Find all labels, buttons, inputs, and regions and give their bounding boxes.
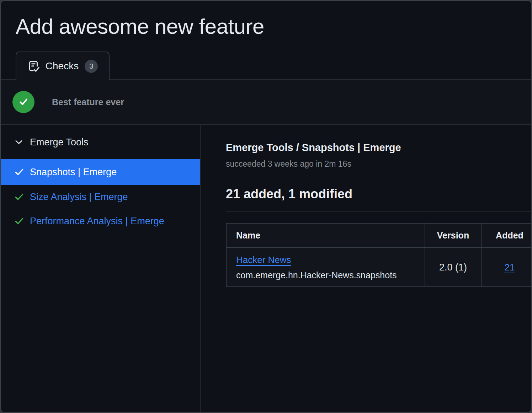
table-row: Hacker News com.emerge.hn.Hacker-News.sn… bbox=[226, 248, 532, 287]
tab-checks[interactable]: Checks 3 bbox=[16, 52, 110, 80]
app-bundle-path: com.emerge.hn.Hacker-News.snapshots bbox=[236, 270, 424, 280]
check-run-meta: succeeded 3 weeks ago in 2m 16s bbox=[226, 159, 531, 169]
column-header-version: Version bbox=[425, 223, 481, 248]
tab-checks-label: Checks bbox=[46, 60, 79, 72]
snapshots-table: Name Version Added Hacker News com.emerg… bbox=[226, 223, 532, 287]
check-icon bbox=[14, 217, 24, 225]
column-header-name: Name bbox=[226, 223, 425, 248]
check-circle-icon bbox=[12, 91, 34, 113]
tab-strip: Checks 3 bbox=[1, 52, 531, 80]
chevron-down-icon bbox=[14, 138, 23, 147]
tab-checks-count-badge: 3 bbox=[85, 60, 98, 73]
page-title: Add awesome new feature bbox=[16, 14, 516, 39]
sidebar-item-snapshots[interactable]: Snapshots | Emerge bbox=[1, 159, 200, 185]
sidebar-item-size-analysis[interactable]: Size Analysis | Emerge bbox=[1, 185, 200, 209]
column-header-added: Added bbox=[481, 223, 532, 248]
checks-sidebar: Emerge Tools Snapshots | Emerge Size Ana… bbox=[1, 125, 201, 412]
app-name-link[interactable]: Hacker News bbox=[236, 254, 291, 265]
check-icon bbox=[14, 193, 24, 201]
pr-header: Add awesome new feature bbox=[1, 1, 531, 39]
summary-divider bbox=[226, 211, 531, 211]
table-header-row: Name Version Added bbox=[226, 223, 532, 248]
sidebar-group-emerge-tools[interactable]: Emerge Tools bbox=[1, 131, 200, 154]
status-row: Best feature ever bbox=[1, 80, 531, 125]
check-icon bbox=[14, 168, 24, 176]
sidebar-item-label: Size Analysis | Emerge bbox=[30, 192, 128, 203]
check-run-title: Emerge Tools / Snapshots | Emerge bbox=[226, 142, 531, 154]
summary-heading: 21 added, 1 modified bbox=[226, 187, 531, 202]
sidebar-group-label: Emerge Tools bbox=[30, 137, 89, 148]
status-message: Best feature ever bbox=[52, 97, 124, 107]
check-run-detail: Emerge Tools / Snapshots | Emerge succee… bbox=[201, 125, 531, 412]
pull-request-checks-page: Add awesome new feature Checks 3 Best fe… bbox=[0, 0, 532, 413]
sidebar-item-label: Performance Analysis | Emerge bbox=[30, 216, 164, 227]
sidebar-item-label: Snapshots | Emerge bbox=[30, 167, 117, 178]
version-cell: 2.0 (1) bbox=[425, 248, 481, 287]
sidebar-item-performance-analysis[interactable]: Performance Analysis | Emerge bbox=[1, 209, 200, 233]
checks-body: Emerge Tools Snapshots | Emerge Size Ana… bbox=[1, 125, 531, 412]
added-count-link[interactable]: 21 bbox=[505, 262, 515, 273]
checklist-icon bbox=[27, 59, 39, 73]
